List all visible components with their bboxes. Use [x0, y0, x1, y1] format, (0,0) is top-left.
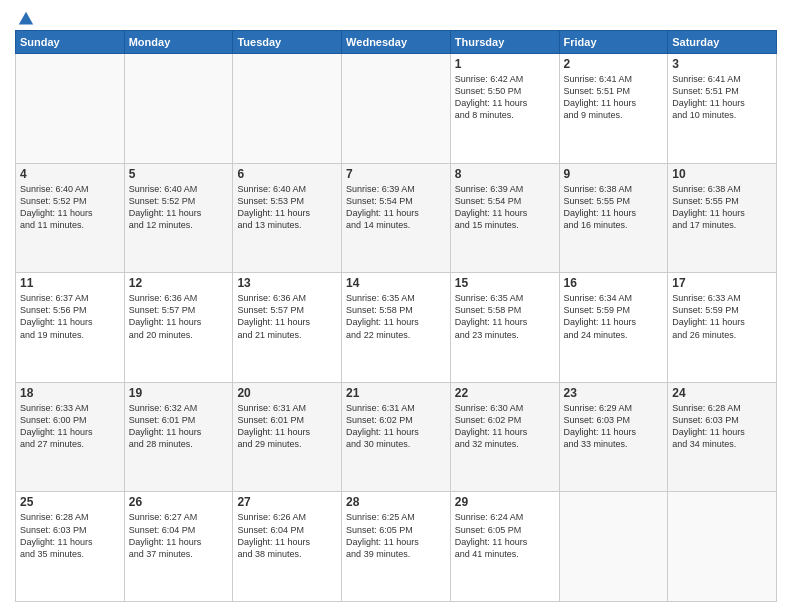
- calendar-cell: [124, 54, 233, 164]
- calendar-cell: 22Sunrise: 6:30 AMSunset: 6:02 PMDayligh…: [450, 382, 559, 492]
- calendar-cell: [668, 492, 777, 602]
- day-info: Sunrise: 6:31 AMSunset: 6:02 PMDaylight:…: [346, 402, 446, 451]
- calendar-cell: 25Sunrise: 6:28 AMSunset: 6:03 PMDayligh…: [16, 492, 125, 602]
- day-number: 3: [672, 57, 772, 71]
- day-number: 22: [455, 386, 555, 400]
- day-info: Sunrise: 6:41 AMSunset: 5:51 PMDaylight:…: [564, 73, 664, 122]
- day-number: 17: [672, 276, 772, 290]
- day-info: Sunrise: 6:38 AMSunset: 5:55 PMDaylight:…: [564, 183, 664, 232]
- day-number: 13: [237, 276, 337, 290]
- calendar-header-wednesday: Wednesday: [342, 31, 451, 54]
- calendar-cell: 18Sunrise: 6:33 AMSunset: 6:00 PMDayligh…: [16, 382, 125, 492]
- calendar-table: SundayMondayTuesdayWednesdayThursdayFrid…: [15, 30, 777, 602]
- day-number: 2: [564, 57, 664, 71]
- day-number: 7: [346, 167, 446, 181]
- calendar-cell: 17Sunrise: 6:33 AMSunset: 5:59 PMDayligh…: [668, 273, 777, 383]
- logo: [15, 10, 35, 24]
- calendar-cell: 10Sunrise: 6:38 AMSunset: 5:55 PMDayligh…: [668, 163, 777, 273]
- day-number: 28: [346, 495, 446, 509]
- day-number: 18: [20, 386, 120, 400]
- day-info: Sunrise: 6:37 AMSunset: 5:56 PMDaylight:…: [20, 292, 120, 341]
- day-info: Sunrise: 6:29 AMSunset: 6:03 PMDaylight:…: [564, 402, 664, 451]
- day-info: Sunrise: 6:34 AMSunset: 5:59 PMDaylight:…: [564, 292, 664, 341]
- calendar-cell: 20Sunrise: 6:31 AMSunset: 6:01 PMDayligh…: [233, 382, 342, 492]
- calendar-header-thursday: Thursday: [450, 31, 559, 54]
- calendar-header-tuesday: Tuesday: [233, 31, 342, 54]
- calendar-header-row: SundayMondayTuesdayWednesdayThursdayFrid…: [16, 31, 777, 54]
- day-info: Sunrise: 6:40 AMSunset: 5:52 PMDaylight:…: [129, 183, 229, 232]
- day-number: 8: [455, 167, 555, 181]
- calendar-cell: 21Sunrise: 6:31 AMSunset: 6:02 PMDayligh…: [342, 382, 451, 492]
- day-number: 14: [346, 276, 446, 290]
- day-info: Sunrise: 6:26 AMSunset: 6:04 PMDaylight:…: [237, 511, 337, 560]
- day-info: Sunrise: 6:35 AMSunset: 5:58 PMDaylight:…: [346, 292, 446, 341]
- calendar-cell: [342, 54, 451, 164]
- day-number: 21: [346, 386, 446, 400]
- calendar-cell: 2Sunrise: 6:41 AMSunset: 5:51 PMDaylight…: [559, 54, 668, 164]
- day-info: Sunrise: 6:36 AMSunset: 5:57 PMDaylight:…: [129, 292, 229, 341]
- calendar-cell: 12Sunrise: 6:36 AMSunset: 5:57 PMDayligh…: [124, 273, 233, 383]
- calendar-cell: 11Sunrise: 6:37 AMSunset: 5:56 PMDayligh…: [16, 273, 125, 383]
- calendar-cell: 8Sunrise: 6:39 AMSunset: 5:54 PMDaylight…: [450, 163, 559, 273]
- day-info: Sunrise: 6:40 AMSunset: 5:52 PMDaylight:…: [20, 183, 120, 232]
- day-number: 19: [129, 386, 229, 400]
- calendar-cell: 26Sunrise: 6:27 AMSunset: 6:04 PMDayligh…: [124, 492, 233, 602]
- day-number: 20: [237, 386, 337, 400]
- day-info: Sunrise: 6:33 AMSunset: 5:59 PMDaylight:…: [672, 292, 772, 341]
- day-info: Sunrise: 6:24 AMSunset: 6:05 PMDaylight:…: [455, 511, 555, 560]
- calendar-week-row: 1Sunrise: 6:42 AMSunset: 5:50 PMDaylight…: [16, 54, 777, 164]
- day-info: Sunrise: 6:41 AMSunset: 5:51 PMDaylight:…: [672, 73, 772, 122]
- day-number: 26: [129, 495, 229, 509]
- day-number: 1: [455, 57, 555, 71]
- calendar-cell: 7Sunrise: 6:39 AMSunset: 5:54 PMDaylight…: [342, 163, 451, 273]
- day-info: Sunrise: 6:31 AMSunset: 6:01 PMDaylight:…: [237, 402, 337, 451]
- calendar-header-saturday: Saturday: [668, 31, 777, 54]
- calendar-cell: 24Sunrise: 6:28 AMSunset: 6:03 PMDayligh…: [668, 382, 777, 492]
- page: SundayMondayTuesdayWednesdayThursdayFrid…: [0, 0, 792, 612]
- calendar-week-row: 4Sunrise: 6:40 AMSunset: 5:52 PMDaylight…: [16, 163, 777, 273]
- day-number: 4: [20, 167, 120, 181]
- day-number: 15: [455, 276, 555, 290]
- calendar-cell: 4Sunrise: 6:40 AMSunset: 5:52 PMDaylight…: [16, 163, 125, 273]
- day-number: 5: [129, 167, 229, 181]
- calendar-cell: 14Sunrise: 6:35 AMSunset: 5:58 PMDayligh…: [342, 273, 451, 383]
- calendar-cell: 29Sunrise: 6:24 AMSunset: 6:05 PMDayligh…: [450, 492, 559, 602]
- calendar-cell: [559, 492, 668, 602]
- day-info: Sunrise: 6:33 AMSunset: 6:00 PMDaylight:…: [20, 402, 120, 451]
- day-info: Sunrise: 6:27 AMSunset: 6:04 PMDaylight:…: [129, 511, 229, 560]
- day-number: 29: [455, 495, 555, 509]
- calendar-cell: 19Sunrise: 6:32 AMSunset: 6:01 PMDayligh…: [124, 382, 233, 492]
- day-number: 12: [129, 276, 229, 290]
- day-info: Sunrise: 6:32 AMSunset: 6:01 PMDaylight:…: [129, 402, 229, 451]
- day-number: 27: [237, 495, 337, 509]
- calendar-cell: 15Sunrise: 6:35 AMSunset: 5:58 PMDayligh…: [450, 273, 559, 383]
- day-info: Sunrise: 6:28 AMSunset: 6:03 PMDaylight:…: [672, 402, 772, 451]
- day-number: 10: [672, 167, 772, 181]
- calendar-cell: 1Sunrise: 6:42 AMSunset: 5:50 PMDaylight…: [450, 54, 559, 164]
- calendar-week-row: 11Sunrise: 6:37 AMSunset: 5:56 PMDayligh…: [16, 273, 777, 383]
- day-number: 11: [20, 276, 120, 290]
- calendar-cell: 16Sunrise: 6:34 AMSunset: 5:59 PMDayligh…: [559, 273, 668, 383]
- calendar-cell: 9Sunrise: 6:38 AMSunset: 5:55 PMDaylight…: [559, 163, 668, 273]
- day-info: Sunrise: 6:39 AMSunset: 5:54 PMDaylight:…: [346, 183, 446, 232]
- day-number: 24: [672, 386, 772, 400]
- day-info: Sunrise: 6:39 AMSunset: 5:54 PMDaylight:…: [455, 183, 555, 232]
- day-number: 23: [564, 386, 664, 400]
- day-info: Sunrise: 6:30 AMSunset: 6:02 PMDaylight:…: [455, 402, 555, 451]
- calendar-cell: 23Sunrise: 6:29 AMSunset: 6:03 PMDayligh…: [559, 382, 668, 492]
- svg-marker-0: [19, 12, 33, 25]
- calendar-header-friday: Friday: [559, 31, 668, 54]
- day-number: 25: [20, 495, 120, 509]
- day-info: Sunrise: 6:25 AMSunset: 6:05 PMDaylight:…: [346, 511, 446, 560]
- calendar-cell: 13Sunrise: 6:36 AMSunset: 5:57 PMDayligh…: [233, 273, 342, 383]
- day-info: Sunrise: 6:40 AMSunset: 5:53 PMDaylight:…: [237, 183, 337, 232]
- calendar-week-row: 25Sunrise: 6:28 AMSunset: 6:03 PMDayligh…: [16, 492, 777, 602]
- calendar-cell: 6Sunrise: 6:40 AMSunset: 5:53 PMDaylight…: [233, 163, 342, 273]
- calendar-cell: [233, 54, 342, 164]
- calendar-cell: 28Sunrise: 6:25 AMSunset: 6:05 PMDayligh…: [342, 492, 451, 602]
- calendar-cell: 3Sunrise: 6:41 AMSunset: 5:51 PMDaylight…: [668, 54, 777, 164]
- day-number: 9: [564, 167, 664, 181]
- day-number: 6: [237, 167, 337, 181]
- day-info: Sunrise: 6:35 AMSunset: 5:58 PMDaylight:…: [455, 292, 555, 341]
- header: [15, 10, 777, 24]
